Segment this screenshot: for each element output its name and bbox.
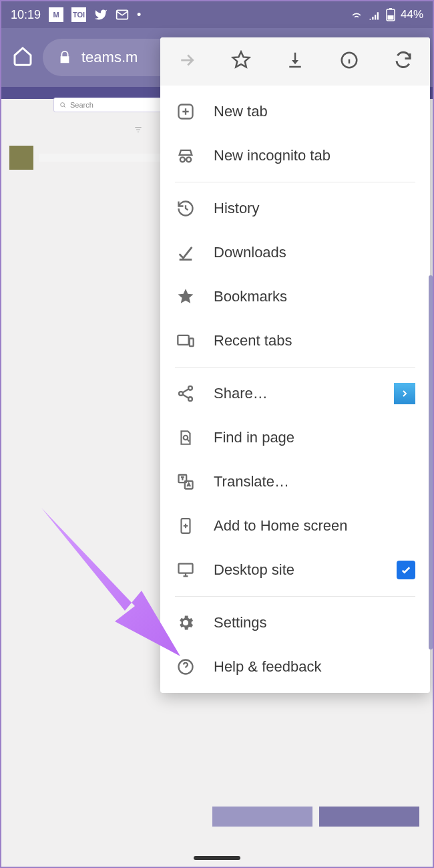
menu-label: Downloads — [214, 244, 286, 261]
menu-label: Translate… — [214, 473, 289, 490]
twitter-icon — [94, 8, 107, 21]
menu-item-downloads[interactable]: Downloads — [160, 231, 430, 275]
menu-item-recent-tabs[interactable]: Recent tabs — [160, 319, 430, 363]
menu-label: Share… — [214, 385, 268, 402]
menu-item-new-tab[interactable]: New tab — [160, 90, 430, 134]
gmail-icon — [116, 8, 129, 21]
menu-label: Add to Home screen — [214, 517, 348, 535]
overflow-menu: New tab New incognito tab History Downlo — [160, 37, 430, 693]
check-underline-icon — [175, 243, 196, 262]
svg-rect-9 — [178, 335, 188, 345]
status-time: 10:19 — [11, 8, 41, 22]
star-icon — [175, 287, 196, 306]
redacted-block — [212, 807, 312, 827]
menu-label: New tab — [214, 103, 268, 120]
svg-rect-18 — [179, 564, 193, 573]
menu-item-add-home[interactable]: Add to Home screen — [160, 504, 430, 548]
svg-point-8 — [186, 157, 191, 162]
menu-label: Recent tabs — [214, 332, 292, 349]
incognito-icon — [175, 146, 196, 165]
signal-icon — [369, 9, 381, 21]
help-icon — [175, 658, 196, 676]
devices-icon — [175, 331, 196, 350]
wifi-icon — [350, 8, 363, 21]
gesture-bar — [194, 856, 240, 860]
teams-search-placeholder: Search — [70, 101, 93, 109]
menu-item-settings[interactable]: Settings — [160, 601, 430, 645]
menu-item-translate[interactable]: Translate… — [160, 460, 430, 504]
menu-item-history[interactable]: History — [160, 186, 430, 231]
find-in-page-icon — [175, 429, 196, 446]
home-button[interactable] — [12, 45, 33, 69]
svg-point-7 — [180, 157, 185, 162]
svg-rect-10 — [190, 339, 194, 347]
menu-item-help[interactable]: Help & feedback — [160, 645, 430, 689]
history-icon — [175, 199, 196, 218]
menu-item-share[interactable]: Share… — [160, 372, 430, 416]
menu-label: Desktop site — [214, 561, 294, 579]
plus-square-icon — [175, 102, 196, 121]
menu-label: Settings — [214, 614, 267, 631]
status-app-icon-1: M — [49, 7, 63, 22]
desktop-icon — [175, 561, 196, 579]
menu-item-bookmarks[interactable]: Bookmarks — [160, 275, 430, 319]
filter-icon[interactable] — [9, 125, 143, 137]
url-text: teams.m — [81, 49, 138, 66]
svg-point-4 — [61, 103, 65, 107]
info-button[interactable] — [339, 50, 359, 73]
svg-rect-2 — [389, 8, 392, 9]
menu-label: New incognito tab — [214, 147, 331, 164]
forward-button[interactable] — [177, 50, 197, 73]
download-button[interactable] — [285, 50, 305, 73]
menu-label: Find in page — [214, 429, 294, 446]
status-dot-icon: • — [137, 8, 141, 22]
status-app-icon-2: TOI — [71, 7, 86, 22]
menu-item-incognito[interactable]: New incognito tab — [160, 134, 430, 178]
menu-item-desktop-site[interactable]: Desktop site — [160, 548, 430, 592]
list-item-avatar — [9, 146, 33, 170]
bookmark-button[interactable] — [231, 50, 251, 73]
share-target-icon — [394, 383, 415, 404]
menu-label: Bookmarks — [214, 288, 287, 305]
redacted-block — [319, 807, 419, 827]
desktop-site-checkbox[interactable] — [397, 561, 415, 579]
search-icon — [59, 102, 66, 108]
menu-item-find[interactable]: Find in page — [160, 416, 430, 460]
share-icon — [175, 384, 196, 403]
translate-icon — [175, 472, 196, 491]
svg-rect-3 — [387, 15, 393, 20]
battery-icon — [386, 8, 395, 21]
add-to-home-icon — [175, 517, 196, 535]
battery-percent: 44% — [401, 8, 423, 21]
menu-label: Help & feedback — [214, 658, 321, 676]
svg-point-14 — [184, 436, 188, 440]
menu-label: History — [214, 200, 259, 217]
gear-icon — [175, 613, 196, 632]
lock-icon — [57, 50, 72, 65]
reload-button[interactable] — [393, 50, 413, 73]
status-bar: 10:19 M TOI • 44% — [1, 1, 433, 28]
scrollbar[interactable] — [429, 275, 433, 649]
